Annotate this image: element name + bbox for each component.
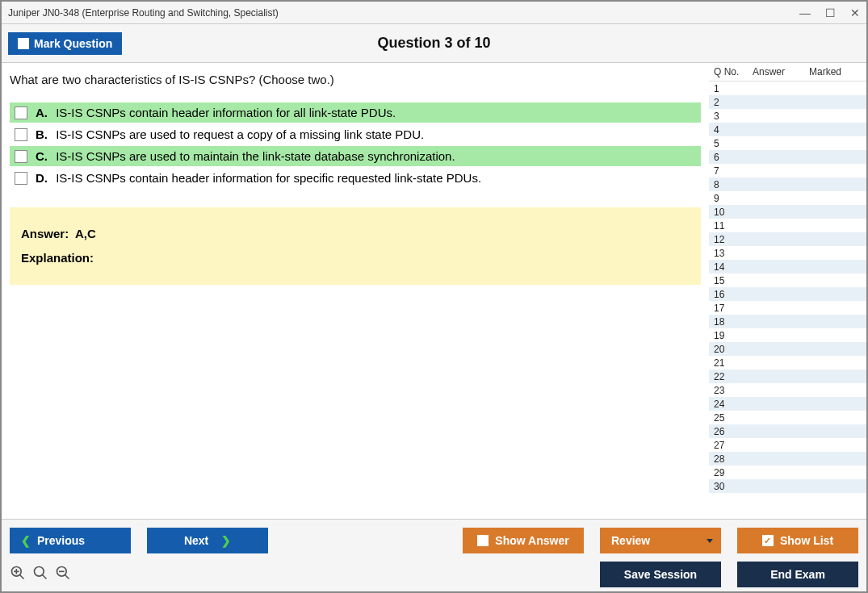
footer-row-1: ❮ Previous Next ❯ Show Answer Review ✓ S…	[10, 528, 858, 553]
explanation-label: Explanation:	[21, 251, 94, 265]
question-list-row[interactable]: 25	[709, 411, 866, 424]
question-list-header: Q No. Answer Marked	[709, 63, 866, 81]
mark-question-button[interactable]: Mark Question	[8, 32, 122, 55]
end-exam-button[interactable]: End Exam	[737, 562, 858, 587]
option-A[interactable]: A. IS-IS CSNPs contain header informatio…	[10, 102, 701, 123]
question-list-row[interactable]: 27	[709, 438, 866, 452]
dropdown-arrow-icon	[707, 539, 713, 543]
svg-line-7	[65, 574, 69, 578]
header-bar: Mark Question Question 3 of 10	[2, 24, 866, 63]
show-list-button[interactable]: ✓ Show List	[737, 528, 858, 553]
question-list-row[interactable]: 5	[709, 136, 866, 150]
question-list-row[interactable]: 1	[709, 81, 866, 95]
question-list-row[interactable]: 19	[709, 328, 866, 342]
next-button[interactable]: Next ❯	[147, 528, 268, 553]
question-list-row[interactable]: 9	[709, 191, 866, 205]
question-list-row[interactable]: 15	[709, 274, 866, 287]
chevron-left-icon: ❮	[21, 534, 31, 547]
footer: ❮ Previous Next ❯ Show Answer Review ✓ S…	[2, 519, 866, 591]
show-answer-label: Show Answer	[495, 534, 568, 547]
svg-point-4	[35, 566, 44, 576]
question-list-row[interactable]: 30	[709, 479, 866, 493]
option-text: B. IS-IS CSNPs are used to request a cop…	[36, 127, 424, 141]
save-session-button[interactable]: Save Session	[600, 562, 721, 587]
answer-label: Answer:	[21, 227, 69, 240]
review-button[interactable]: Review	[600, 528, 721, 553]
option-checkbox[interactable]	[15, 106, 27, 119]
question-list-row[interactable]: 12	[709, 232, 866, 246]
question-list-row[interactable]: 26	[709, 424, 866, 438]
minimize-icon[interactable]: —	[799, 6, 811, 19]
show-list-label: Show List	[780, 534, 833, 547]
previous-label: Previous	[37, 534, 85, 547]
question-list-row[interactable]: 29	[709, 466, 866, 479]
window-controls: — ☐ ✕	[799, 6, 860, 19]
review-label: Review	[611, 534, 650, 547]
maximize-icon[interactable]: ☐	[825, 6, 836, 19]
option-checkbox[interactable]	[15, 150, 27, 163]
question-list-panel: Q No. Answer Marked 12345678910111213141…	[709, 63, 866, 519]
options-list: A. IS-IS CSNPs contain header informatio…	[10, 102, 701, 188]
option-D[interactable]: D. IS-IS CSNPs contain header informatio…	[10, 168, 701, 188]
svg-line-5	[43, 574, 47, 578]
zoom-controls	[10, 565, 71, 585]
question-list-row[interactable]: 6	[709, 150, 866, 164]
question-list-row[interactable]: 13	[709, 246, 866, 260]
question-list-row[interactable]: 3	[709, 109, 866, 123]
col-answer: Answer	[753, 66, 809, 77]
col-qno: Q No.	[714, 66, 753, 77]
question-list-row[interactable]: 7	[709, 164, 866, 177]
next-label: Next	[184, 534, 208, 547]
end-exam-label: End Exam	[770, 568, 825, 581]
answer-panel: Answer: A,C Explanation:	[10, 207, 701, 285]
question-list-row[interactable]: 24	[709, 397, 866, 411]
option-text: C. IS-IS CSNPs are used to maintain the …	[36, 149, 455, 163]
question-list-row[interactable]: 22	[709, 370, 866, 383]
question-list-row[interactable]: 16	[709, 287, 866, 301]
option-checkbox[interactable]	[15, 172, 27, 185]
option-C[interactable]: C. IS-IS CSNPs are used to maintain the …	[10, 146, 701, 166]
option-B[interactable]: B. IS-IS CSNPs are used to request a cop…	[10, 124, 701, 144]
option-text: A. IS-IS CSNPs contain header informatio…	[36, 106, 396, 119]
question-list-row[interactable]: 18	[709, 315, 866, 328]
question-list-row[interactable]: 28	[709, 452, 866, 466]
window-title: Juniper JN0-348 (Enterprise Routing and …	[8, 7, 799, 19]
close-icon[interactable]: ✕	[850, 6, 860, 19]
title-bar: Juniper JN0-348 (Enterprise Routing and …	[2, 2, 866, 24]
question-list-row[interactable]: 10	[709, 205, 866, 219]
show-list-check-icon: ✓	[762, 535, 774, 546]
question-counter: Question 3 of 10	[377, 35, 490, 52]
question-text: What are two characteristics of IS-IS CS…	[10, 73, 701, 86]
show-answer-button[interactable]: Show Answer	[463, 528, 584, 553]
mark-checkbox-icon	[18, 38, 29, 49]
question-list-row[interactable]: 4	[709, 123, 866, 136]
question-list-row[interactable]: 17	[709, 301, 866, 315]
svg-line-1	[20, 574, 24, 578]
show-answer-checkbox-icon	[477, 535, 489, 546]
question-list[interactable]: 1234567891011121314151617181920212223242…	[709, 81, 866, 519]
main-column: What are two characteristics of IS-IS CS…	[2, 63, 709, 519]
zoom-out-icon[interactable]	[55, 565, 71, 585]
option-checkbox[interactable]	[15, 128, 27, 141]
previous-button[interactable]: ❮ Previous	[10, 528, 131, 553]
body: What are two characteristics of IS-IS CS…	[2, 63, 866, 519]
save-session-label: Save Session	[624, 568, 697, 581]
mark-question-label: Mark Question	[34, 37, 112, 50]
question-list-row[interactable]: 20	[709, 342, 866, 356]
chevron-right-icon: ❯	[215, 534, 231, 547]
zoom-reset-icon[interactable]	[32, 565, 48, 585]
question-list-row[interactable]: 21	[709, 356, 866, 370]
option-text: D. IS-IS CSNPs contain header informatio…	[36, 171, 481, 185]
col-marked: Marked	[809, 66, 862, 77]
question-list-row[interactable]: 8	[709, 177, 866, 191]
zoom-in-icon[interactable]	[10, 565, 26, 585]
footer-row-2: Save Session End Exam	[10, 562, 858, 587]
question-list-row[interactable]: 11	[709, 219, 866, 232]
question-list-row[interactable]: 2	[709, 95, 866, 109]
question-list-row[interactable]: 23	[709, 383, 866, 397]
question-list-row[interactable]: 14	[709, 260, 866, 274]
